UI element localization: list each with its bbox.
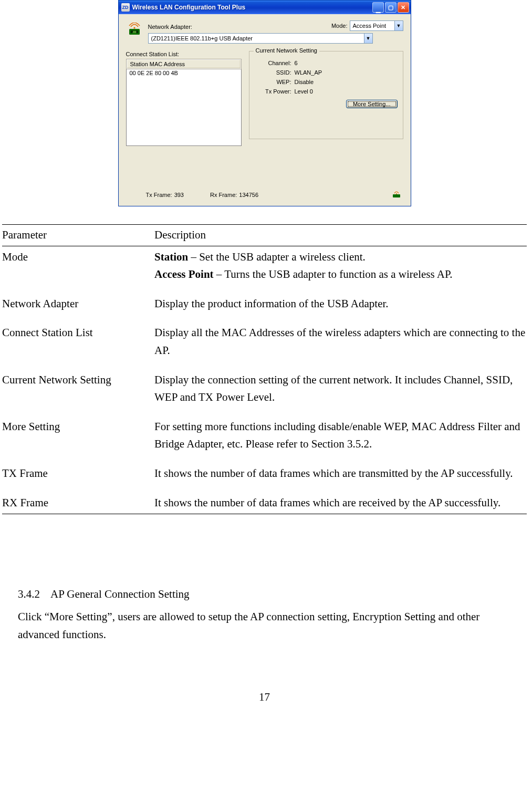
param-network-adapter: Network Adapter bbox=[2, 293, 154, 322]
network-adapter-label: Network Adapter: bbox=[148, 24, 192, 30]
mode-label: Mode: bbox=[331, 23, 348, 29]
param-current-network-setting: Current Network Setting bbox=[2, 369, 154, 416]
table-row: Current Network Setting Display the conn… bbox=[2, 369, 527, 416]
svg-rect-4 bbox=[393, 194, 400, 197]
wep-label: WEP: bbox=[255, 79, 291, 85]
svg-text:ZD: ZD bbox=[132, 30, 136, 34]
desc-more-setting: For setting more functions including dis… bbox=[154, 416, 527, 463]
table-head-description: Description bbox=[154, 225, 527, 246]
window-title: Wireless LAN Configuration Tool Plus bbox=[132, 4, 370, 11]
param-more-setting: More Setting bbox=[2, 416, 154, 463]
minimize-button[interactable]: ▁ bbox=[372, 2, 384, 13]
ssid-label: SSID: bbox=[255, 69, 291, 76]
wifi-card-icon: ZD bbox=[126, 23, 143, 36]
txframe-value: 393 bbox=[174, 192, 184, 198]
txframe-label: Tx Frame: bbox=[146, 192, 172, 198]
maximize-button[interactable]: ▢ bbox=[385, 2, 397, 13]
mode-value: Access Point bbox=[350, 21, 394, 30]
chevron-down-icon[interactable]: ▼ bbox=[394, 21, 403, 30]
table-row: RX Frame It shows the number of data fra… bbox=[2, 492, 527, 514]
section-body: Click “More Setting”, users are allowed … bbox=[2, 608, 527, 643]
desc-network-adapter: Display the product information of the U… bbox=[154, 293, 527, 322]
app-title-icon: ZD bbox=[121, 3, 130, 12]
list-header[interactable]: Station MAC Address bbox=[127, 59, 241, 69]
desc-tx-frame: It shows the number of data frames which… bbox=[154, 463, 527, 492]
fieldset-legend: Current Network Setting bbox=[254, 47, 319, 54]
param-tx-frame: TX Frame bbox=[2, 463, 154, 492]
desc-connect-station-list: Display all the MAC Addresses of the wir… bbox=[154, 322, 527, 369]
status-icon bbox=[392, 191, 401, 199]
svg-point-0 bbox=[133, 27, 135, 28]
titlebar: ZD Wireless LAN Configuration Tool Plus … bbox=[119, 1, 411, 14]
channel-label: Channel: bbox=[255, 60, 291, 66]
ssid-value: WLAN_AP bbox=[295, 69, 322, 76]
desc-current-network-setting: Display the connection setting of the cu… bbox=[154, 369, 527, 416]
wlan-config-window: ZD Wireless LAN Configuration Tool Plus … bbox=[118, 0, 411, 206]
table-row: Network Adapter Display the product info… bbox=[2, 293, 527, 322]
station-listbox[interactable]: Station MAC Address 00 0E 2E 80 00 4B bbox=[126, 59, 242, 146]
param-mode: Mode bbox=[2, 246, 154, 293]
rxframe-label: Rx Frame: bbox=[210, 192, 237, 198]
mode-combo[interactable]: Access Point ▼ bbox=[350, 20, 403, 31]
close-button[interactable]: ✕ bbox=[398, 2, 409, 13]
svg-point-5 bbox=[396, 193, 397, 194]
desc-rx-frame: It shows the number of data frames which… bbox=[154, 492, 527, 514]
adapter-value: (ZD1211)IEEE 802.11b+g USB Adapter bbox=[149, 34, 364, 43]
page-number: 17 bbox=[2, 691, 527, 704]
table-row: More Setting For setting more functions … bbox=[2, 416, 527, 463]
chevron-down-icon[interactable]: ▼ bbox=[364, 34, 372, 43]
channel-value: 6 bbox=[295, 60, 298, 66]
table-head-parameter: Parameter bbox=[2, 225, 154, 246]
section-title: AP General Connection Setting bbox=[50, 588, 190, 600]
current-network-fieldset: Current Network Setting Channel:6 SSID:W… bbox=[249, 51, 403, 139]
section-number: 3.4.2 bbox=[18, 588, 40, 600]
txpower-value: Level 0 bbox=[295, 88, 313, 95]
parameter-table: Parameter Description Mode Station – Set… bbox=[2, 224, 527, 514]
param-connect-station-list: Connect Station List bbox=[2, 322, 154, 369]
param-rx-frame: RX Frame bbox=[2, 492, 154, 514]
section-heading: 3.4.2AP General Connection Setting bbox=[2, 588, 527, 601]
connect-station-label: Connect Station List: bbox=[126, 51, 242, 57]
more-setting-button[interactable]: More Setting... bbox=[346, 100, 398, 108]
adapter-combo[interactable]: (ZD1211)IEEE 802.11b+g USB Adapter ▼ bbox=[148, 33, 373, 44]
list-item[interactable]: 00 0E 2E 80 00 4B bbox=[127, 69, 241, 77]
desc-mode: Station – Set the USB adapter a wireless… bbox=[154, 246, 527, 293]
table-row: Mode Station – Set the USB adapter a wir… bbox=[2, 246, 527, 293]
rxframe-value: 134756 bbox=[239, 192, 258, 198]
wep-value: Disable bbox=[295, 79, 314, 85]
table-row: TX Frame It shows the number of data fra… bbox=[2, 463, 527, 492]
table-row: Connect Station List Display all the MAC… bbox=[2, 322, 527, 369]
txpower-label: Tx Power: bbox=[255, 88, 291, 95]
